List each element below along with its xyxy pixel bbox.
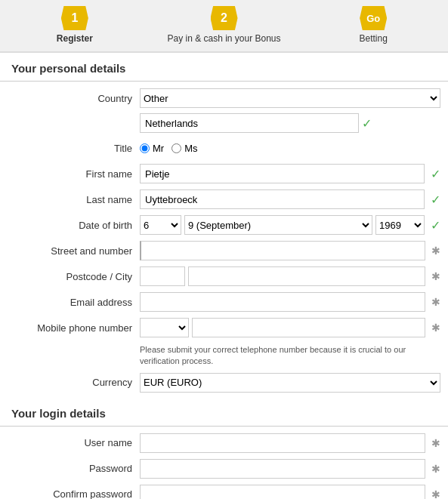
- currency-select[interactable]: EUR (EURO) USD (US Dollar) GBP (British …: [140, 373, 440, 393]
- dob-check-icon: ✓: [431, 218, 440, 233]
- country-control: Other Netherlands Belgium Germany United…: [140, 88, 440, 108]
- dob-selects: 6 1 (January) 2 (February) 3 (March) 4 (…: [140, 215, 440, 235]
- country-label: Country: [8, 93, 140, 104]
- dob-control: 6 1 (January) 2 (February) 3 (March) 4 (…: [140, 215, 440, 235]
- step-go-number: Go: [360, 6, 387, 30]
- lastname-check-icon: ✓: [431, 193, 440, 207]
- username-row: User name ✱: [8, 433, 440, 454]
- street-asterisk-icon: ✱: [431, 245, 440, 257]
- city-input[interactable]: [188, 266, 425, 286]
- login-section-title: Your login details: [0, 398, 448, 427]
- netherlands-check-icon: ✓: [362, 116, 372, 131]
- title-mr-radio[interactable]: [140, 143, 150, 153]
- title-label: Title: [8, 143, 140, 154]
- country-select[interactable]: Other Netherlands Belgium Germany United…: [140, 88, 440, 108]
- username-control: ✱: [140, 433, 440, 453]
- phone-control: ✱: [140, 318, 440, 337]
- firstname-control: ✓: [140, 164, 440, 183]
- phone-code-select[interactable]: [140, 318, 189, 337]
- step-2-number: 2: [211, 6, 238, 30]
- title-ms-label[interactable]: Ms: [171, 143, 197, 154]
- currency-control: EUR (EURO) USD (US Dollar) GBP (British …: [140, 373, 440, 393]
- netherlands-input[interactable]: [140, 113, 359, 133]
- phone-row: Mobile phone number ✱: [8, 317, 440, 338]
- step-1[interactable]: 1 Register: [0, 0, 150, 51]
- step-1-label: Register: [57, 33, 93, 44]
- steps-header: 1 Register 2 Pay in & cash in your Bonus…: [0, 0, 448, 53]
- title-ms-radio[interactable]: [171, 143, 181, 153]
- currency-label: Currency: [8, 377, 140, 388]
- title-ms-text: Ms: [184, 143, 197, 154]
- personal-section-title: Your personal details: [0, 53, 448, 82]
- dob-row: Date of birth 6 1 (January) 2 (February)…: [8, 214, 440, 236]
- username-input[interactable]: [140, 433, 425, 453]
- confirm-password-control: ✱: [140, 485, 440, 499]
- personal-form: Country Other Netherlands Belgium German…: [0, 88, 448, 393]
- country-row: Country Other Netherlands Belgium German…: [8, 88, 440, 109]
- street-control: ✱: [140, 241, 440, 260]
- phone-label: Mobile phone number: [8, 322, 140, 334]
- email-row: Email address ✱: [8, 291, 440, 313]
- password-label: Password: [8, 463, 140, 474]
- title-control: Mr Ms: [140, 143, 440, 154]
- email-control: ✱: [140, 292, 440, 312]
- username-label: User name: [8, 437, 140, 448]
- email-asterisk-icon: ✱: [431, 296, 440, 308]
- dob-day-select[interactable]: 6: [140, 215, 181, 235]
- phone-asterisk-icon: ✱: [431, 322, 440, 334]
- currency-row: Currency EUR (EURO) USD (US Dollar) GBP …: [8, 372, 440, 393]
- lastname-row: Last name ✓: [8, 189, 440, 210]
- phone-number-input[interactable]: [192, 318, 425, 337]
- password-asterisk-icon: ✱: [431, 463, 440, 475]
- confirm-password-asterisk-icon: ✱: [431, 488, 440, 499]
- password-control: ✱: [140, 459, 440, 479]
- step-2[interactable]: 2 Pay in & cash in your Bonus: [150, 0, 299, 51]
- login-form: User name ✱ Password ✱ Confirm password …: [0, 433, 448, 499]
- phone-inputs: [140, 318, 425, 337]
- password-input[interactable]: [140, 459, 425, 479]
- phone-note: Please submit your correct telephone num…: [8, 343, 440, 372]
- username-asterisk-icon: ✱: [431, 437, 440, 449]
- dob-month-select[interactable]: 1 (January) 2 (February) 3 (March) 4 (Ap…: [184, 215, 372, 235]
- title-radio-group: Mr Ms: [140, 143, 198, 154]
- lastname-input[interactable]: [140, 189, 425, 209]
- title-mr-label[interactable]: Mr: [140, 143, 164, 154]
- confirm-password-row: Confirm password ✱: [8, 484, 440, 499]
- step-go[interactable]: Go Betting: [298, 0, 448, 51]
- confirm-password-label: Confirm password: [8, 488, 140, 499]
- dob-label: Date of birth: [8, 220, 140, 231]
- street-row: Street and number ✱: [8, 240, 440, 261]
- netherlands-row: ✓: [140, 113, 440, 133]
- street-input[interactable]: [140, 241, 425, 260]
- lastname-control: ✓: [140, 189, 440, 209]
- firstname-row: First name ✓: [8, 163, 440, 184]
- postcode-inputs: [140, 266, 425, 286]
- dob-year-select[interactable]: 1969: [375, 215, 425, 235]
- title-row: Title Mr Ms: [8, 137, 440, 159]
- street-label: Street and number: [8, 245, 140, 257]
- firstname-input[interactable]: [140, 164, 425, 183]
- step-2-label: Pay in & cash in your Bonus: [167, 33, 280, 44]
- postcode-label: Postcode / City: [8, 271, 140, 282]
- postcode-control: ✱: [140, 266, 440, 286]
- postcode-asterisk-icon: ✱: [431, 270, 440, 282]
- confirm-password-input[interactable]: [140, 485, 425, 499]
- firstname-check-icon: ✓: [431, 167, 440, 181]
- lastname-label: Last name: [8, 194, 140, 205]
- step-1-number: 1: [61, 6, 88, 30]
- firstname-label: First name: [8, 168, 140, 180]
- step-go-label: Betting: [360, 33, 388, 44]
- email-label: Email address: [8, 297, 140, 308]
- postcode-input[interactable]: [140, 266, 185, 286]
- password-row: Password ✱: [8, 458, 440, 479]
- title-mr-text: Mr: [153, 143, 164, 154]
- postcode-row: Postcode / City ✱: [8, 266, 440, 287]
- email-input[interactable]: [140, 292, 425, 312]
